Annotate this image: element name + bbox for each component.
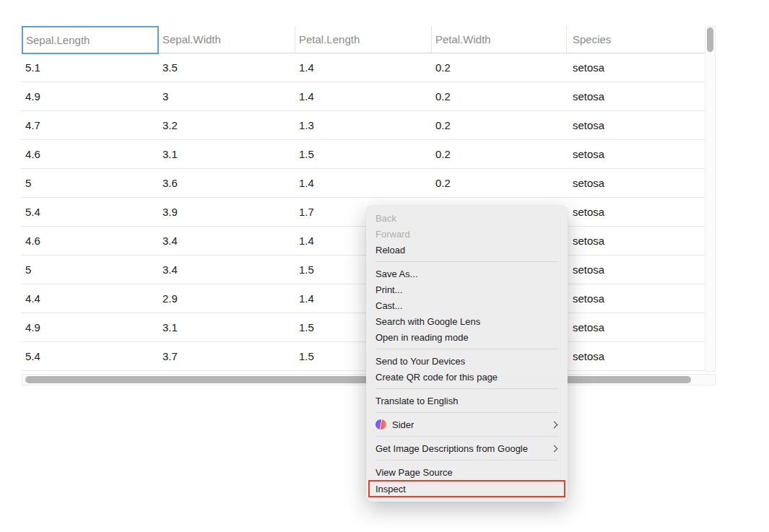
table-cell: 4.9 [22,90,159,103]
menu-separator [375,349,558,349]
menu-item-print[interactable]: Print... [366,282,568,297]
menu-item-search-with-google-lens[interactable]: Search with Google Lens [366,313,568,329]
menu-item-label: Get Image Descriptions from Google [375,443,528,454]
table-row[interactable]: 5.43.71.5setosa [22,342,705,371]
menu-item-label: Send to Your Devices [375,356,465,367]
table-cell: 1.4 [295,61,432,74]
table-cell: 3.7 [159,350,295,362]
menu-item-sider[interactable]: Sider [366,417,568,432]
column-header-petal-width[interactable]: Petal.Width [432,26,567,53]
table-cell: setosa [567,321,705,333]
menu-item-label: Reload [375,245,405,256]
table-cell: 3.4 [159,235,295,247]
table-cell: 4.6 [22,148,159,160]
table-cell: 5.4 [22,206,159,218]
menu-item-label: Sider [392,419,414,430]
menu-item-label: View Page Source [375,467,453,478]
table-row[interactable]: 4.42.91.4setosa [22,284,705,313]
table-cell: setosa [567,90,705,103]
column-header-species[interactable]: Species [567,26,705,53]
menu-separator [375,460,558,461]
menu-separator [375,412,558,413]
table-cell: 5.1 [22,61,159,74]
menu-separator [375,388,558,389]
table-cell: 0.2 [432,61,567,74]
menu-separator [375,261,558,262]
column-header-petal-length[interactable]: Petal.Length [295,26,432,53]
table-row[interactable]: 4.63.11.50.2setosa [22,140,705,169]
table-cell: 3.5 [159,61,295,74]
table-cell: setosa [567,177,705,189]
table-row[interactable]: 53.41.5setosa [22,256,705,284]
table-cell: 4.9 [22,321,159,333]
menu-separator [375,436,558,437]
table-cell: 4.6 [22,235,159,247]
table-cell: 1.4 [295,90,432,103]
table-row[interactable]: 4.931.40.2setosa [22,82,705,111]
vertical-scrollbar-thumb[interactable] [707,27,713,52]
data-table: Sepal.LengthSepal.WidthPetal.LengthPetal… [22,26,705,371]
column-header-sepal-length[interactable]: Sepal.Length [22,26,159,54]
table-cell: 3.1 [159,148,295,160]
table-cell: setosa [567,235,705,247]
table-cell: 5.4 [22,350,159,362]
table-cell: 3.6 [159,177,295,189]
menu-item-label: Save As... [375,269,418,279]
menu-item-send-to-your-devices[interactable]: Send to Your Devices [366,353,568,369]
context-menu: BackForwardReloadSave As...Print...Cast.… [366,206,568,502]
table-cell: setosa [567,350,705,362]
table-cell: 1.3 [295,119,432,131]
horizontal-scrollbar-thumb[interactable] [25,376,691,383]
table-cell: 3 [159,90,295,103]
menu-item-view-page-source[interactable]: View Page Source [366,464,568,480]
menu-item-get-image-descriptions-from-google[interactable]: Get Image Descriptions from Google [366,440,568,456]
table-cell: 3.4 [159,263,295,276]
table-row[interactable]: 4.63.41.4setosa [22,227,705,256]
menu-item-label: Create QR code for this page [375,372,498,383]
table-cell: 4.4 [22,292,159,305]
menu-item-forward: Forward [366,226,568,242]
menu-item-label: Search with Google Lens [375,316,480,327]
table-cell: setosa [567,263,705,276]
menu-item-label: Back [375,213,396,224]
table-cell: 5 [22,177,159,189]
menu-item-back: Back [366,210,568,226]
table-cell: setosa [567,292,705,305]
table-body: 5.13.51.40.2setosa4.931.40.2setosa4.73.2… [22,53,705,371]
table-cell: 4.7 [22,119,159,131]
menu-item-label: Open in reading mode [375,332,469,343]
menu-item-label: Inspect [375,484,406,494]
menu-item-label: Forward [375,229,410,240]
table-cell: 3.2 [159,119,295,131]
vertical-scrollbar[interactable] [705,26,716,372]
menu-item-label: Translate to English [375,396,458,406]
menu-item-open-in-reading-mode[interactable]: Open in reading mode [366,329,568,345]
menu-item-translate-to-english[interactable]: Translate to English [366,393,568,409]
browser-page: Sepal.LengthSepal.WidthPetal.LengthPetal… [0,0,769,532]
table-row[interactable]: 4.73.21.30.2setosa [22,111,705,140]
table-cell: setosa [567,61,705,74]
table-row[interactable]: 4.93.11.5setosa [22,313,705,342]
table-cell: 3.1 [159,321,295,333]
table-cell: 0.2 [432,148,567,160]
chevron-right-icon [551,445,558,452]
menu-item-label: Print... [375,284,403,295]
menu-item-inspect[interactable]: Inspect [368,480,565,497]
sider-brain-icon [375,419,386,429]
table-row[interactable]: 5.13.51.40.2setosa [22,53,705,82]
table-cell: 3.9 [159,206,295,218]
table-cell: 1.4 [295,177,432,189]
table-cell: setosa [567,206,705,218]
column-header-sepal-width[interactable]: Sepal.Width [159,26,295,53]
menu-item-cast[interactable]: Cast... [366,297,568,313]
menu-item-reload[interactable]: Reload [366,242,568,258]
menu-item-create-qr-code-for-this-page[interactable]: Create QR code for this page [366,369,568,385]
table-row[interactable]: 53.61.40.2setosa [22,169,705,198]
table-header: Sepal.LengthSepal.WidthPetal.LengthPetal… [22,26,705,53]
table-cell: 0.2 [432,90,567,103]
table-row[interactable]: 5.43.91.7setosa [22,198,705,227]
table-cell: 0.2 [432,119,567,131]
chevron-right-icon [551,421,558,428]
table-cell: 5 [22,263,159,276]
menu-item-save-as[interactable]: Save As... [366,266,568,282]
